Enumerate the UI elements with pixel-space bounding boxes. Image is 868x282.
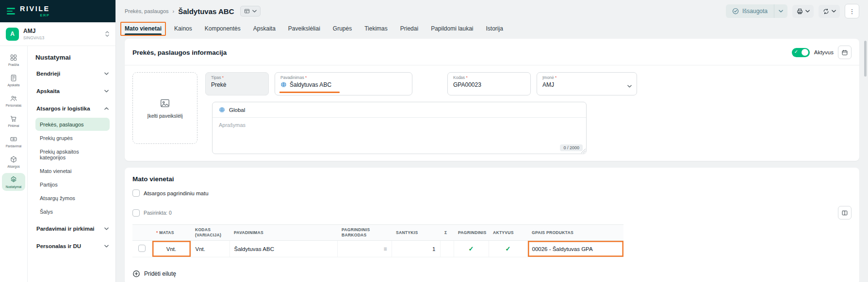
tab-paveiksleliai[interactable]: Paveikslėliai [288,22,320,35]
print-button[interactable] [792,5,814,18]
check-circle-icon [732,8,739,15]
rail-item-apskaita[interactable]: Apskaita [2,71,25,89]
saved-split-button[interactable]: Išsaugota [726,4,787,18]
check-icon: ✓ [469,245,474,252]
saved-dropdown-caret[interactable] [774,4,787,18]
sidebar-item-salys[interactable]: Šalys [35,205,110,218]
col-header-label: GPAIS produktas [532,230,573,235]
cell-barkodas[interactable]: ≡ [337,241,392,257]
validity-calendar-button[interactable] [838,46,852,59]
selection-row: Pasirinkta: 0 [132,206,852,219]
browse-menu-icon: ≡ [383,246,387,252]
hamburger-menu-icon[interactable] [7,8,15,14]
col-header-checkbox [132,225,152,241]
col-header-pavadinimas: Pavadinimas [229,225,337,241]
tab-papildomi-laukai[interactable]: Papildomi laukai [431,22,473,35]
sidebar-item-prekiu-apskaitos-kategorijos[interactable]: Prekių apskaitos kategorijos [35,145,110,164]
tab-kainos[interactable]: Kainos [174,22,192,35]
switch-company-icon [105,31,110,37]
column-settings-button[interactable] [838,206,852,219]
menu-group-apskaita[interactable]: Apskaita [35,82,110,100]
saved-button[interactable]: Išsaugota [726,4,774,18]
cell-pagrindinis[interactable]: ✓ [454,241,489,257]
tab-priedai[interactable]: Priedai [400,22,418,35]
rail-item-pradzia[interactable]: Pradžia [2,51,25,69]
user-name: AMJ [23,28,44,34]
breadcrumb-parent[interactable]: Prekės, paslaugos [125,8,169,14]
main-unit-checkbox[interactable] [132,189,140,197]
scrollbar-thumb[interactable] [864,41,867,77]
tab-mato-vienetai[interactable]: Mato vienetai [125,22,162,35]
tab-grupes[interactable]: Grupės [333,22,352,35]
tab-apskaita[interactable]: Apskaita [253,22,276,35]
field-label: Pavadinimas * [280,75,407,80]
dropdown-caret[interactable] [627,81,632,90]
topbar: Prekės, paslaugos › Šaldytuvas ABC Išsau… [116,0,868,22]
imone-field[interactable]: Įmonė * AMJ [537,72,637,95]
columns-icon [841,209,848,217]
rail-item-nustatymai[interactable]: Nustatymai [2,173,25,191]
rail-item-label: Nustatymai [6,185,22,188]
kodas-field[interactable]: Kodas * GPA00023 [447,72,531,95]
main-unit-row: Atsargos pagrindiniu matu [132,189,852,197]
more-actions-button[interactable]: ⋮ [845,4,859,18]
tab-label: Mato vienetai [125,25,162,32]
sidebar-item-partijos[interactable]: Partijos [35,178,110,191]
cell-matas[interactable]: Vnt. [152,241,191,257]
menu-group-label: Apskaita [36,88,60,94]
language-tab-global[interactable]: Global [213,102,586,118]
menu-group-personalas-ir-du[interactable]: Personalas ir DU [35,237,110,255]
sidebar-item-mato-vienetai[interactable]: Mato vienetai [35,164,110,177]
matas-value: Vnt. [166,246,176,252]
add-row-button[interactable]: Pridėti eilutę [132,270,176,278]
menu-group-label: Personalas ir DU [36,243,81,249]
tab-komponentes[interactable]: Komponentės [205,22,241,35]
printer-icon [796,8,803,15]
active-toggle[interactable]: ✓ [792,48,810,57]
export-button[interactable] [819,5,840,18]
sidebar-item-prekes-paslaugos[interactable]: Prekės, paslaugos [35,118,110,131]
active-toggle-label: Aktyvus [814,49,834,55]
required-mark: * [156,230,158,235]
pavadinimas-field[interactable]: Pavadinimas * Šaldytuvas ABC [275,72,412,95]
sidebar-item-atsargu-zymos[interactable]: Atsargų žymos [35,191,110,204]
menu-group-bendrieji[interactable]: Bendrieji [35,65,110,82]
product-info-card: Prekės, paslaugos informacija ✓ Aktyvus [125,39,859,161]
tab-tiekimas[interactable]: Tiekimas [364,22,388,35]
row-checkbox[interactable] [138,245,146,252]
selected-count: Pasirinkta: 0 [144,210,172,216]
cell-santykis[interactable]: 1 [392,241,440,257]
cell-kodas[interactable]: Vnt. [191,241,229,257]
table-view-icon [244,8,250,14]
sidebar-item-prekiu-grupes[interactable]: Prekių grupės [35,131,110,144]
image-upload-dropzone[interactable]: Įkelti paveikslėlį [132,72,197,144]
language-tab-label: Global [229,107,245,113]
units-card-title: Mato vienetai [132,175,174,183]
col-header-label: Pagrindinis barkodas [342,227,370,237]
required-mark: * [305,75,307,80]
cell-pavadinimas[interactable]: Šaldytuvas ABC [229,241,337,257]
select-all-checkbox[interactable] [132,209,140,217]
user-switcher[interactable]: A AMJ SINGVAI13 [0,22,115,46]
cell-sum [440,241,454,257]
field-label-text: Įmonė [542,75,554,80]
units-table: * Matas Kodas (variacija) Pavadinimas Pa… [132,224,623,257]
chevron-down-icon [104,245,109,248]
rail-item-personalas[interactable]: Personalas [2,92,25,110]
imone-value: AMJ [542,81,631,88]
menu-group-pardavimai-ir-pirkimai[interactable]: Pardavimai ir pirkimai [35,220,110,237]
rail-item-pirkimai[interactable]: Pirkimai [2,112,25,130]
view-switcher-button[interactable] [240,6,261,16]
menu-group-label: Pardavimai ir pirkimai [36,226,95,232]
menu-group-atsargos-ir-logistika[interactable]: Atsargos ir logistika [35,100,110,117]
cell-gpais[interactable]: 00026 - Šaldytuvas GPA [527,241,623,257]
cell-aktyvus[interactable]: ✓ [489,241,527,257]
main-unit-checkbox-label: Atsargos pagrindiniu matu [144,190,209,196]
rail-item-pardavimai[interactable]: Pardavimai [2,132,25,150]
tab-label: Istorija [486,25,503,32]
tab-bar: Mato vienetai Kainos Komponentės Apskait… [116,22,868,35]
tab-istorija[interactable]: Istorija [486,22,503,35]
resize-handle[interactable] [581,149,586,153]
rail-item-atsargos[interactable]: Atsargos [2,153,25,171]
description-textarea[interactable]: Aprašymas [213,118,586,154]
